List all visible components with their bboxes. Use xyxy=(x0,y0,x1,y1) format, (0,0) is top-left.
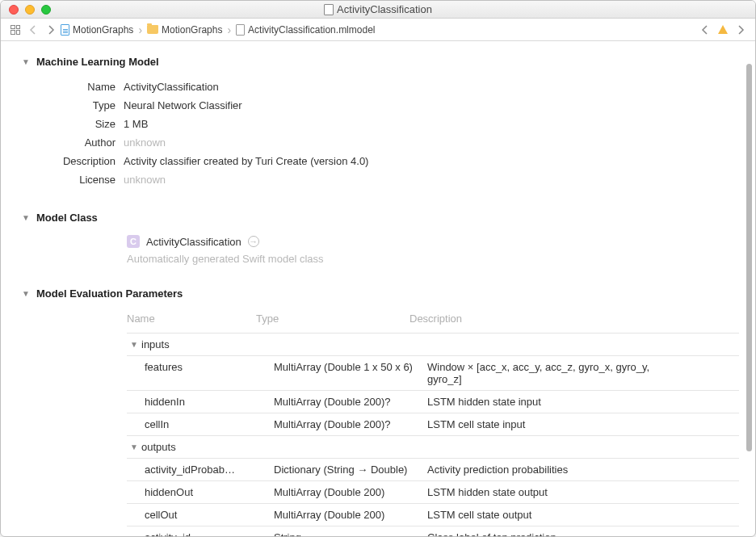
param-name: hiddenOut xyxy=(145,486,274,498)
param-row[interactable]: cellOutMultiArray (Double 200)LSTM cell … xyxy=(127,504,739,527)
document-icon xyxy=(324,4,334,15)
chevron-left-icon xyxy=(701,25,709,35)
close-button[interactable] xyxy=(9,5,19,15)
prop-type: Type Neural Network Classifier xyxy=(43,96,739,115)
param-type: MultiArray (Double 200)? xyxy=(274,418,427,430)
section-header[interactable]: ▼ Model Class xyxy=(22,212,739,224)
param-type: MultiArray (Double 200)? xyxy=(274,396,427,408)
traffic-lights xyxy=(1,5,51,15)
params-table: Name Type Description ▼ inputs featuresM… xyxy=(127,309,739,536)
param-description: Class label of top prediction xyxy=(427,531,686,536)
param-row[interactable]: featuresMultiArray (Double 1 x 50 x 6)Wi… xyxy=(127,356,739,391)
param-type: Dictionary (String → Double) xyxy=(274,464,427,476)
col-type: Type xyxy=(256,313,410,325)
breadcrumb-label: MotionGraphs xyxy=(73,24,133,36)
param-description: Activity prediction probabilities xyxy=(427,464,686,476)
section-title: Model Class xyxy=(36,212,98,224)
prop-label: Type xyxy=(43,99,124,111)
breadcrumb: MotionGraphs › MotionGraphs › ActivityCl… xyxy=(61,23,695,37)
prop-name: Name ActivityClassification xyxy=(43,78,739,96)
vertical-scrollbar[interactable] xyxy=(744,48,754,531)
param-row[interactable]: activity_idProbab…Dictionary (String → D… xyxy=(127,459,739,481)
disclosure-triangle-icon: ▼ xyxy=(22,289,30,298)
section-model-class: ▼ Model Class C ActivityClassification →… xyxy=(22,212,739,265)
window-title-text: ActivityClassification xyxy=(337,3,432,15)
mlmodel-file-icon xyxy=(236,24,245,36)
chevron-right-icon xyxy=(47,25,55,35)
param-row[interactable]: hiddenOutMultiArray (Double 200)LSTM hid… xyxy=(127,481,739,504)
minimize-button[interactable] xyxy=(25,5,35,15)
params-group-inputs: ▼ inputs featuresMultiArray (Double 1 x … xyxy=(127,333,739,436)
prop-label: Description xyxy=(43,155,124,167)
param-row[interactable]: activity_idStringClass label of top pred… xyxy=(127,527,739,536)
jump-bar-right xyxy=(697,22,749,38)
related-items-button[interactable] xyxy=(7,22,23,38)
prop-value: unknown xyxy=(124,136,166,149)
disclosure-triangle-icon: ▼ xyxy=(130,340,138,349)
breadcrumb-item-folder[interactable]: MotionGraphs xyxy=(147,23,222,37)
warning-icon[interactable] xyxy=(718,25,728,34)
param-name: features xyxy=(145,361,274,385)
param-row[interactable]: hiddenInMultiArray (Double 200)?LSTM hid… xyxy=(127,391,739,413)
xcode-window: ActivityClassification MotionGraphs › Mo… xyxy=(0,0,756,537)
group-label: inputs xyxy=(141,338,170,350)
param-name: cellIn xyxy=(145,418,274,430)
chevron-left-icon xyxy=(29,25,37,35)
param-description: LSTM cell state output xyxy=(427,509,686,521)
prop-label: Author xyxy=(43,136,124,149)
next-issue-button[interactable] xyxy=(733,22,749,38)
chevron-right-icon: › xyxy=(224,23,234,36)
disclosure-triangle-icon: ▼ xyxy=(22,57,30,66)
back-button[interactable] xyxy=(25,22,41,38)
params-header-row: Name Type Description xyxy=(127,309,739,333)
model-class-subtitle: Automatically generated Swift model clas… xyxy=(127,253,739,265)
breadcrumb-label: ActivityClassification.mlmodel xyxy=(248,24,375,36)
project-icon xyxy=(61,24,69,36)
col-desc: Description xyxy=(410,313,668,325)
section-eval-params: ▼ Model Evaluation Parameters Name Type … xyxy=(22,287,739,536)
param-type: MultiArray (Double 200) xyxy=(274,486,427,498)
prop-author: Author unknown xyxy=(43,133,739,152)
chevron-right-icon xyxy=(737,25,745,35)
section-title: Machine Learning Model xyxy=(36,56,159,68)
param-name: activity_id xyxy=(145,531,274,536)
reveal-in-navigator-button[interactable]: → xyxy=(248,236,259,247)
model-properties: Name ActivityClassification Type Neural … xyxy=(43,78,739,189)
prop-label: License xyxy=(43,174,124,186)
param-row[interactable]: cellInMultiArray (Double 200)?LSTM cell … xyxy=(127,413,739,436)
param-type: MultiArray (Double 1 x 50 x 6) xyxy=(274,361,427,385)
col-name: Name xyxy=(127,313,256,325)
prop-label: Name xyxy=(43,81,124,93)
prop-value: Activity classifier created by Turi Crea… xyxy=(124,155,368,167)
section-header[interactable]: ▼ Machine Learning Model xyxy=(22,56,739,68)
section-header[interactable]: ▼ Model Evaluation Parameters xyxy=(22,287,739,300)
prop-license: License unknown xyxy=(43,170,739,189)
jump-bar: MotionGraphs › MotionGraphs › ActivityCl… xyxy=(1,19,755,41)
window-title: ActivityClassification xyxy=(1,3,755,15)
param-name: activity_idProbab… xyxy=(145,464,274,476)
class-badge-icon: C xyxy=(127,235,140,248)
prev-issue-button[interactable] xyxy=(697,22,713,38)
forward-button[interactable] xyxy=(43,22,59,38)
folder-icon xyxy=(147,25,158,34)
group-label: outputs xyxy=(141,441,176,453)
param-type: String xyxy=(274,531,427,536)
group-header-inputs[interactable]: ▼ inputs xyxy=(127,334,739,356)
section-ml-model: ▼ Machine Learning Model Name ActivityCl… xyxy=(22,56,739,189)
prop-value: ActivityClassification xyxy=(124,81,219,93)
prop-value: Neural Network Classifier xyxy=(124,99,242,111)
prop-description: Description Activity classifier created … xyxy=(43,152,739,170)
grid-icon xyxy=(10,25,20,35)
prop-value: unknown xyxy=(124,174,166,186)
param-description: LSTM hidden state input xyxy=(427,396,686,408)
breadcrumb-item-project[interactable]: MotionGraphs xyxy=(61,23,133,37)
zoom-button[interactable] xyxy=(41,5,51,15)
breadcrumb-item-file[interactable]: ActivityClassification.mlmodel xyxy=(236,23,375,37)
scrollbar-thumb[interactable] xyxy=(746,64,752,451)
section-title: Model Evaluation Parameters xyxy=(36,287,183,300)
param-description: LSTM cell state input xyxy=(427,418,686,430)
param-description: Window × [acc_x, acc_y, acc_z, gyro_x, g… xyxy=(427,361,686,385)
group-header-outputs[interactable]: ▼ outputs xyxy=(127,436,739,459)
model-class-name: ActivityClassification xyxy=(146,236,242,248)
prop-value: 1 MB xyxy=(124,118,148,130)
